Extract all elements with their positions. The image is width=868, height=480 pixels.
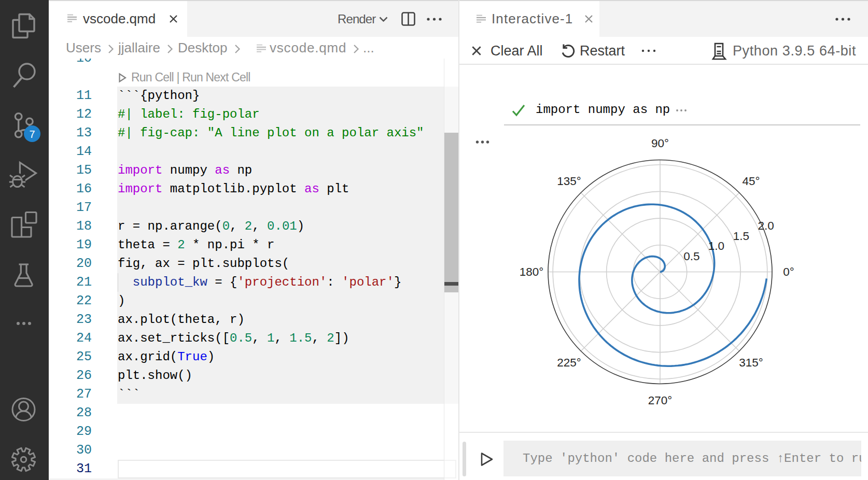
svg-text:90°: 90° <box>651 137 669 150</box>
svg-text:315°: 315° <box>739 356 763 369</box>
svg-text:0°: 0° <box>783 265 794 278</box>
svg-text:135°: 135° <box>557 175 581 188</box>
svg-text:45°: 45° <box>742 175 760 188</box>
svg-text:1.0: 1.0 <box>708 239 724 252</box>
svg-text:7: 7 <box>29 129 35 140</box>
svg-text:225°: 225° <box>557 356 581 369</box>
svg-text:180°: 180° <box>520 265 544 278</box>
svg-text:0.5: 0.5 <box>683 250 699 263</box>
svg-text:270°: 270° <box>648 394 673 407</box>
svg-text:2.0: 2.0 <box>758 219 774 232</box>
svg-text:1.5: 1.5 <box>733 230 749 243</box>
